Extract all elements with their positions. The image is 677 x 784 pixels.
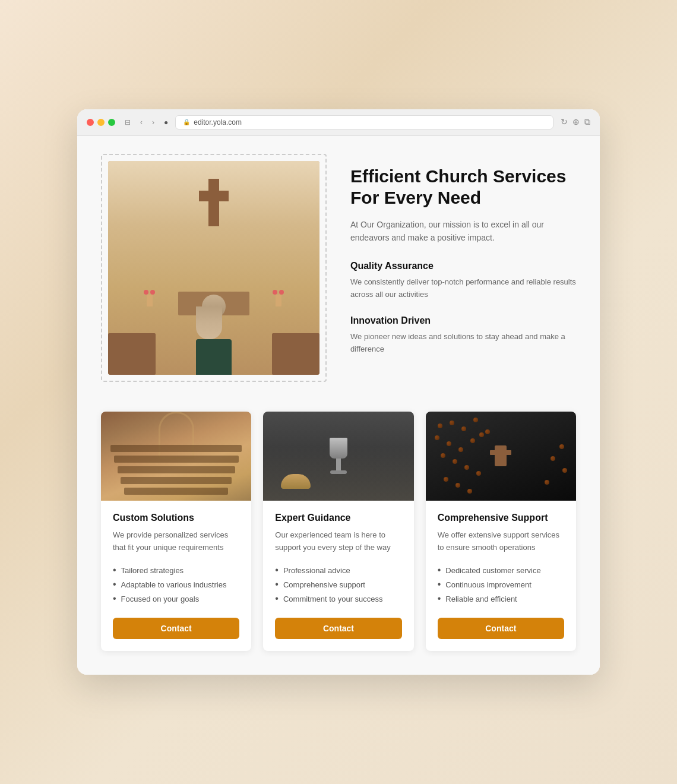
card-desc-2: Our experienced team is here to support … [275, 529, 401, 554]
card-title-2: Expert Guidance [275, 513, 401, 523]
hero-title: Efficient Church Services For Every Need [350, 166, 576, 208]
hero-image [108, 161, 319, 375]
share-icon[interactable]: ⊕ [572, 117, 580, 127]
contact-button-2[interactable]: Contact [275, 618, 401, 639]
contact-button-3[interactable]: Contact [438, 618, 564, 639]
copy-icon[interactable]: ⧉ [584, 117, 590, 127]
list-item: Reliable and efficient [438, 592, 564, 606]
list-item: Adaptable to various industries [113, 577, 239, 592]
card-image-church-pews [101, 412, 251, 501]
flower-left [144, 290, 155, 306]
close-button[interactable] [87, 119, 94, 126]
sidebar-icon[interactable]: ⊟ [122, 117, 133, 128]
list-item: Tailored strategies [113, 563, 239, 577]
card-list-2: Professional advice Comprehensive suppor… [275, 563, 401, 606]
list-item: Dedicated customer service [438, 563, 564, 577]
list-item: Focused on your goals [113, 592, 239, 606]
card-body-1: Custom Solutions We provide personalized… [101, 501, 251, 652]
feature-quality-assurance: Quality Assurance We consistently delive… [350, 261, 576, 301]
minimize-button[interactable] [97, 119, 105, 126]
card-comprehensive-support: Comprehensive Support We offer extensive… [426, 412, 576, 652]
feature-desc-1: We consistently deliver top-notch perfor… [350, 276, 576, 301]
list-item: Comprehensive support [275, 577, 401, 592]
browser-nav-icons: ⊟ ‹ › [122, 117, 157, 128]
tab-icon: ● [164, 118, 168, 127]
forward-icon[interactable]: › [150, 117, 157, 128]
card-list-3: Dedicated customer service Continuous im… [438, 563, 564, 606]
traffic-lights [87, 119, 115, 126]
hero-subtitle: At Our Organization, our mission is to e… [350, 218, 576, 245]
browser-action-icons: ↻ ⊕ ⧉ [561, 117, 590, 127]
church-interior-illustration [108, 161, 319, 375]
list-item: Professional advice [275, 563, 401, 577]
card-image-rosary [426, 412, 576, 501]
card-image-chalice [263, 412, 413, 501]
card-desc-1: We provide personalized services that fi… [113, 529, 239, 554]
feature-title-1: Quality Assurance [350, 261, 576, 271]
card-title-3: Comprehensive Support [438, 513, 564, 523]
list-item: Commitment to your success [275, 592, 401, 606]
pew-left [108, 333, 156, 375]
card-expert-guidance: Expert Guidance Our experienced team is … [263, 412, 413, 652]
browser-window: ⊟ ‹ › ● 🔒 editor.yola.com ↻ ⊕ ⧉ [77, 109, 600, 675]
cards-section: Custom Solutions We provide personalized… [101, 412, 576, 652]
card-body-3: Comprehensive Support We offer extensive… [426, 501, 576, 652]
browser-chrome: ⊟ ‹ › ● 🔒 editor.yola.com ↻ ⊕ ⧉ [77, 109, 600, 136]
hero-text: Efficient Church Services For Every Need… [350, 154, 576, 370]
pew-right [272, 333, 319, 375]
hero-section: Efficient Church Services For Every Need… [101, 154, 576, 382]
list-item: Continuous improvement [438, 577, 564, 592]
lock-icon: 🔒 [183, 119, 190, 125]
card-body-2: Expert Guidance Our experienced team is … [263, 501, 413, 652]
page-content: Efficient Church Services For Every Need… [77, 136, 600, 675]
card-custom-solutions: Custom Solutions We provide personalized… [101, 412, 251, 652]
person-figure [196, 295, 232, 375]
card-title-1: Custom Solutions [113, 513, 239, 523]
refresh-icon[interactable]: ↻ [561, 117, 568, 127]
card-list-1: Tailored strategies Adaptable to various… [113, 563, 239, 606]
url-text: editor.yola.com [194, 118, 242, 127]
chalice-illustration [330, 438, 347, 474]
feature-title-2: Innovation Driven [350, 315, 576, 326]
card-desc-3: We offer extensive support services to e… [438, 529, 564, 554]
back-icon[interactable]: ‹ [138, 117, 145, 128]
maximize-button[interactable] [108, 119, 115, 126]
hero-image-container [101, 154, 327, 382]
address-bar[interactable]: 🔒 editor.yola.com [175, 115, 553, 129]
feature-desc-2: We pioneer new ideas and solutions to st… [350, 331, 576, 356]
contact-button-1[interactable]: Contact [113, 618, 239, 639]
rosary-beads-illustration [426, 412, 576, 501]
flower-right [273, 290, 284, 306]
feature-innovation-driven: Innovation Driven We pioneer new ideas a… [350, 315, 576, 356]
church-cross [208, 179, 219, 226]
